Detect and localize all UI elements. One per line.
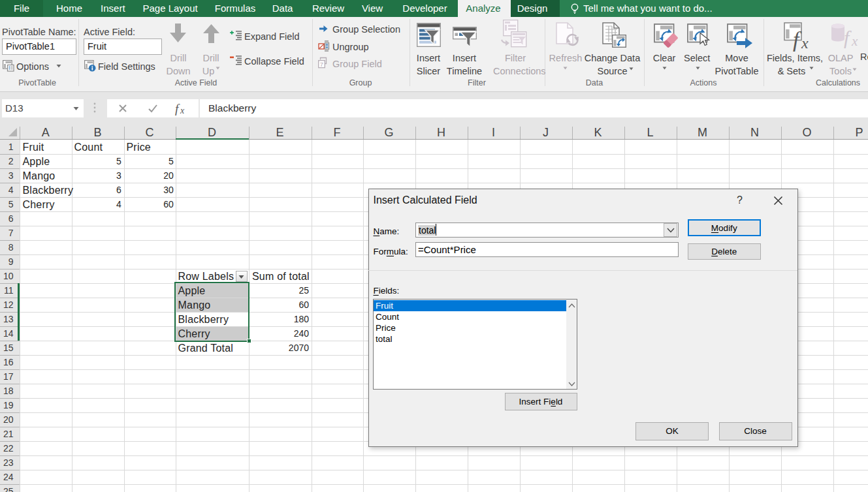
svg-text:f: f — [175, 102, 180, 115]
svg-text:x: x — [180, 106, 185, 115]
svg-text:x: x — [801, 35, 809, 52]
svg-text:f: f — [844, 27, 852, 48]
svg-text:7: 7 — [320, 61, 323, 68]
svg-text:x: x — [851, 33, 858, 49]
